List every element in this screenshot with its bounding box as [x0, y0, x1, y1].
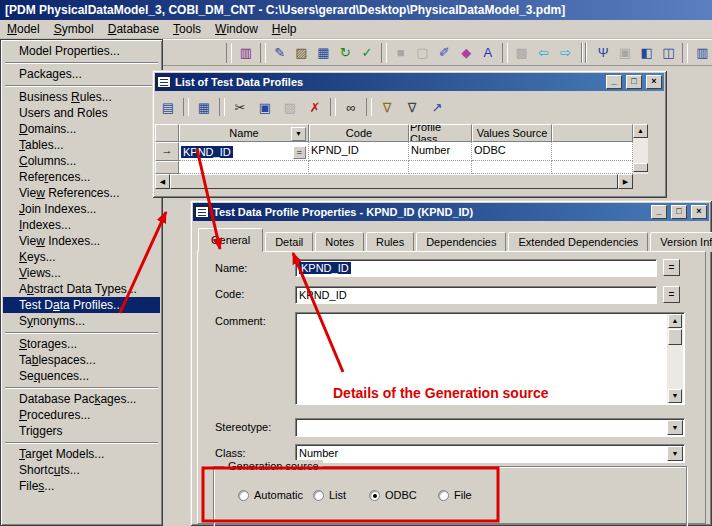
refresh-icon[interactable]: ↻: [335, 43, 355, 63]
scrollbar-thumb[interactable]: [633, 163, 648, 172]
grid-cell-code[interactable]: KPND_ID: [309, 142, 409, 161]
col-extra[interactable]: [552, 124, 633, 142]
extra-icon[interactable]: ▥: [692, 43, 712, 63]
menu-item-abstract-data-types[interactable]: Abstract Data Types...: [3, 281, 160, 297]
menu-item-join-indexes[interactable]: Join Indexes...: [3, 201, 160, 217]
menu-item-tables[interactable]: Tables...: [3, 137, 160, 153]
radio-icon[interactable]: [438, 490, 449, 501]
filter-icon[interactable]: ∇: [401, 97, 423, 117]
radio-automatic[interactable]: Automatic: [238, 489, 303, 501]
menu-item-files[interactable]: Files...: [3, 478, 160, 494]
stereotype-combo[interactable]: ▼: [295, 418, 685, 437]
copy-icon[interactable]: ▣: [254, 97, 276, 117]
tab-general[interactable]: General: [198, 228, 263, 252]
menubar-item[interactable]: Window: [208, 21, 265, 38]
menu-item-columns[interactable]: Columns...: [3, 153, 160, 169]
scroll-up-icon[interactable]: ▲: [633, 124, 648, 138]
tab-version-info[interactable]: Version Info: [650, 232, 712, 252]
scrollbar-thumb[interactable]: [668, 329, 682, 345]
col-code[interactable]: Code: [309, 124, 409, 142]
scroll-left-icon[interactable]: ◀: [155, 174, 170, 189]
menu-item-shortcuts[interactable]: Shortcuts...: [3, 462, 160, 478]
name-equals-button[interactable]: =: [663, 259, 680, 276]
col-values-source[interactable]: Values Source: [472, 124, 552, 142]
menu-item-view-references[interactable]: View References...: [3, 185, 160, 201]
close-button[interactable]: ×: [691, 205, 707, 219]
menu-item-database-packages[interactable]: Database Packages...: [3, 391, 160, 407]
tab-notes[interactable]: Notes: [315, 232, 364, 252]
menu-item-model-properties[interactable]: Model Properties...: [3, 43, 160, 59]
grid-cell[interactable]: [179, 161, 309, 174]
scrollbar-thumb[interactable]: [170, 174, 618, 189]
menubar-item[interactable]: Symbol: [47, 21, 101, 38]
menubar-item[interactable]: Help: [265, 21, 304, 38]
forward-arrow-icon[interactable]: ⇨: [555, 43, 575, 63]
menu-item-test-data-profiles[interactable]: Test Data Profiles...: [3, 297, 160, 313]
code-equals-button[interactable]: =: [663, 286, 680, 303]
pen-icon[interactable]: ✐: [434, 43, 454, 63]
comment-field[interactable]: ▲ ▼: [295, 312, 685, 405]
radio-icon[interactable]: [238, 490, 249, 501]
delete-icon[interactable]: ✗: [304, 97, 326, 117]
close-button[interactable]: ×: [646, 75, 662, 89]
radio-icon[interactable]: [369, 490, 380, 501]
paste-icon[interactable]: ▨: [292, 43, 312, 63]
menu-item-users-and-roles[interactable]: Users and Roles: [3, 105, 160, 121]
find-objects-icon[interactable]: ▦: [313, 43, 333, 63]
menubar-item[interactable]: Tools: [166, 21, 208, 38]
col-profile-class[interactable]: Profile Class: [409, 124, 472, 142]
menu-item-synonyms[interactable]: Synonyms...: [3, 313, 160, 329]
minimize-button[interactable]: _: [651, 205, 667, 219]
hierarchy-icon[interactable]: Ψ: [593, 43, 613, 63]
menu-item-storages[interactable]: Storages...: [3, 336, 160, 352]
comment-scrollbar[interactable]: ▲ ▼: [667, 314, 683, 403]
add-row-icon[interactable]: ▦: [193, 97, 215, 117]
equals-button[interactable]: =: [293, 146, 306, 159]
maximize-button[interactable]: □: [671, 205, 687, 219]
menu-item-tablespaces[interactable]: Tablespaces...: [3, 352, 160, 368]
row-selector[interactable]: [155, 161, 179, 174]
font-icon[interactable]: A: [478, 43, 498, 63]
tab-dependencies[interactable]: Dependencies: [416, 232, 506, 252]
code-field[interactable]: KPND_ID: [295, 286, 657, 304]
menubar-item[interactable]: Database: [101, 21, 166, 38]
chevron-down-icon[interactable]: ▼: [667, 420, 683, 435]
menu-item-packages[interactable]: Packages...: [3, 66, 160, 82]
grid-cell[interactable]: [409, 161, 472, 174]
maximize-button[interactable]: □: [626, 75, 642, 89]
tab-rules[interactable]: Rules: [366, 232, 414, 252]
properties-icon[interactable]: ▤: [157, 97, 179, 117]
col-selector[interactable]: [155, 124, 179, 142]
tab-extended-dependencies[interactable]: Extended Dependencies: [508, 232, 648, 252]
menu-item-keys[interactable]: Keys...: [3, 249, 160, 265]
menu-item-triggers[interactable]: Triggers: [3, 423, 160, 439]
menu-item-domains[interactable]: Domains...: [3, 121, 160, 137]
grid-cell-name[interactable]: KPND_ID =: [179, 142, 309, 161]
row-selector[interactable]: →: [155, 142, 179, 161]
radio-list[interactable]: List: [313, 489, 346, 501]
menubar-item[interactable]: Model: [0, 21, 47, 38]
tab-detail[interactable]: Detail: [265, 232, 313, 252]
chevron-down-icon[interactable]: ▼: [667, 446, 683, 461]
vertical-scrollbar[interactable]: ▲: [633, 124, 648, 174]
two-page-icon[interactable]: ◫: [659, 43, 679, 63]
menu-item-references[interactable]: References...: [3, 169, 160, 185]
report-icon[interactable]: ✎: [270, 43, 290, 63]
scroll-down-icon[interactable]: ▼: [668, 389, 682, 403]
radio-odbc[interactable]: ODBC: [369, 489, 417, 501]
col-name[interactable]: Name: [179, 124, 309, 142]
one-page-icon[interactable]: ◧: [637, 43, 657, 63]
grid-cell[interactable]: [472, 161, 552, 174]
grid-cell-values-source[interactable]: ODBC: [472, 142, 552, 161]
check-model-icon[interactable]: ✓: [357, 43, 377, 63]
menu-item-business-rules[interactable]: Business Rules...: [3, 89, 160, 105]
menu-item-sequences[interactable]: Sequences...: [3, 368, 160, 384]
menu-item-view-indexes[interactable]: View Indexes...: [3, 233, 160, 249]
name-field[interactable]: KPND_ID: [295, 259, 657, 277]
book-icon[interactable]: ▥: [236, 43, 256, 63]
class-combo[interactable]: Number ▼: [295, 444, 685, 463]
radio-icon[interactable]: [313, 490, 324, 501]
shortcut-icon[interactable]: ↗: [426, 97, 448, 117]
cut-icon[interactable]: ✂: [229, 97, 251, 117]
minimize-button[interactable]: _: [606, 75, 622, 89]
